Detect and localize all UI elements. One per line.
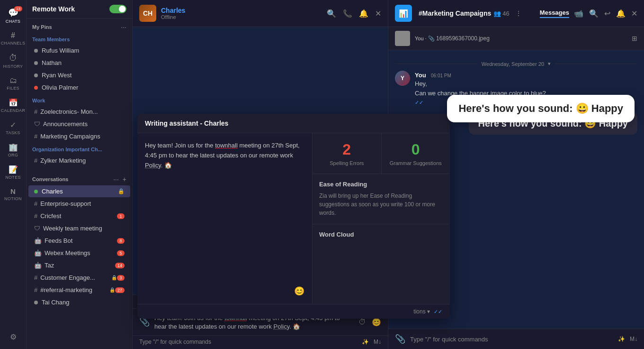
charles-status-dot [34, 190, 38, 193]
sidebar-item-calendar[interactable]: 📅 CALENDAR [0, 94, 26, 117]
marketing-attachment-icon[interactable]: 📎 [395, 334, 405, 344]
marketing-reply-icon[interactable]: ↩ [604, 9, 610, 18]
sidebar-item-history[interactable]: ⏱ HISTORY [0, 49, 26, 73]
pinned-expand-icon[interactable]: ⊞ [632, 35, 637, 42]
sidebar-item-charles[interactable]: Charles 🔒 [28, 185, 130, 197]
sidebar-item-olivia[interactable]: Olivia Palmer [28, 82, 130, 93]
sidebar-item-taichang[interactable]: Tai Chang [28, 296, 130, 308]
marketing-tabs: Messages [540, 9, 569, 18]
marketing-close-icon[interactable]: ✕ [631, 9, 637, 18]
history-icon: ⏱ [9, 53, 18, 63]
emoji-icon[interactable]: 😊 [372, 318, 381, 327]
marketing-videocall-icon[interactable]: 📹 [574, 9, 583, 18]
weekly-name: Weekly team meeting [43, 225, 125, 232]
sidebar-item-files[interactable]: 🗂 FILES [0, 73, 26, 94]
spelling-errors-label: Spelling Errors [320, 160, 374, 166]
wa-ease-title: Ease of Reading [319, 181, 443, 188]
sparkle-icon[interactable]: ✨ [362, 339, 369, 345]
wa-emoji-icon[interactable]: 😊 [294, 286, 304, 296]
grammar-suggestions-count: 0 [389, 141, 443, 158]
you-sender: You [415, 72, 426, 79]
wa-editor-text[interactable]: Hey team! Join us for the townhall meeti… [145, 141, 304, 282]
charles-header-status: Offline [161, 14, 322, 20]
charles-conv-name: Charles [42, 188, 116, 195]
sidebar-item-announcements[interactable]: 🛡 Announcements [28, 118, 130, 130]
taz-badge: 14 [115, 263, 125, 268]
wa-footer: tions ▾ ✓✓ [137, 304, 450, 319]
sidebar-item-chats[interactable]: 💬 CHATS 13 [0, 4, 26, 28]
hash-icon2: # [34, 133, 37, 140]
files-icon: 🗂 [9, 76, 17, 85]
sidebar-item-notes[interactable]: 📝 NOTES [0, 161, 26, 184]
sidebar-item-weekly[interactable]: 🛡 Weekly team meeting [28, 222, 130, 234]
chats-badge: 13 [14, 6, 22, 11]
lock-icon3: 🔒 [109, 287, 115, 293]
channels-icon: # [11, 31, 15, 40]
pinned-message: You · 📎 1689596367000.jpeg ⊞ [388, 27, 644, 50]
you-message-header: You 06:01 PM [415, 71, 637, 79]
sidebar-item-ryanwest[interactable]: Ryan West [28, 69, 130, 81]
marketing-input-placeholder[interactable]: Type "/" for quick commands [410, 336, 613, 343]
search-icon[interactable]: 🔍 [327, 9, 336, 18]
marketing-header-tabs: #Marketing Campaigns 👥 46 ⋮ [419, 9, 531, 18]
close-icon[interactable]: ✕ [375, 9, 381, 18]
marketing-input-area: 📎 Type "/" for quick commands ✨ M↓ [388, 329, 644, 349]
charles-header-actions: 🔍 📞 🔔 ✕ [327, 9, 381, 18]
conversations-add-icon[interactable]: + [123, 175, 126, 183]
sidebar-item-cricfest[interactable]: # Cricfest 1 [28, 210, 130, 222]
tab-messages[interactable]: Messages [540, 9, 569, 18]
sidebar-item-feedsbot[interactable]: 🤖 Feeds Bot 8 [28, 235, 130, 247]
sidebar-item-taz[interactable]: 🤖 Taz 14 [28, 259, 130, 271]
timer-icon[interactable]: ⏱ [358, 318, 366, 327]
my-pins-more-icon[interactable]: ··· [121, 23, 126, 31]
nathan-status-dot [34, 61, 38, 65]
marketing-search-icon[interactable]: 🔍 [589, 9, 599, 18]
sidebar-item-zoelectronics[interactable]: # Zoelectronics- Mon... [28, 106, 130, 118]
zoelectronics-name: Zoelectronics- Mon... [40, 108, 125, 115]
sidebar-item-org[interactable]: 🏢 ORG [0, 139, 26, 161]
sidebar-item-zylker[interactable]: # Zylker Marketing [28, 155, 130, 166]
sidebar-item-notion[interactable]: N NOTION [0, 184, 26, 205]
marketing-campaigns-name: Marketing Campaigns [40, 133, 125, 140]
charles-header-name: Charles [161, 7, 322, 14]
sidebar-item-webex[interactable]: 🤖 Webex Meetings 5 [28, 247, 130, 259]
date-dropdown-icon[interactable]: ▾ [548, 61, 551, 67]
lock-icon2: 🔒 [111, 275, 117, 280]
sidebar-item-customer-engage[interactable]: # Customer Engage... 🔒 3 [28, 272, 130, 284]
sidebar-item-enterprise-support[interactable]: # Enterprise-support [28, 198, 130, 210]
spelling-errors-stat: 2 Spelling Errors [313, 133, 382, 174]
rufus-name: Rufus William [42, 47, 125, 54]
marketing-markdown-icon[interactable]: M↓ [630, 336, 637, 342]
charles-quick-commands: Type "/" for quick commands ✨ M↓ [133, 335, 388, 349]
markdown-icon[interactable]: M↓ [374, 339, 381, 345]
marketing-bell-icon[interactable]: 🔔 [616, 9, 626, 18]
charles-quick-placeholder[interactable]: Type "/" for quick commands [139, 339, 211, 345]
remote-work-toggle[interactable] [109, 5, 126, 13]
sidebar-item-settings[interactable]: ⚙ [0, 329, 26, 345]
shield-icon: 🛡 [34, 120, 40, 128]
team-members-label: Team Members [27, 33, 132, 44]
bell-icon[interactable]: 🔔 [359, 9, 368, 18]
customer-engage-badge: 3 [117, 275, 125, 281]
sidebar-item-nathan[interactable]: Nathan [28, 57, 130, 69]
sidebar-item-marketing-campaigns[interactable]: # Marketing Campaigns [28, 130, 130, 142]
sidebar-item-rufus[interactable]: Rufus William [28, 45, 130, 56]
org-icon: 🏢 [9, 143, 18, 152]
conversations-more-icon[interactable]: ··· [113, 175, 119, 183]
sidebar-item-channels[interactable]: # CHANNELS [0, 28, 26, 49]
call-icon[interactable]: 📞 [343, 9, 352, 18]
wa-footer-tions: tions ▾ [413, 308, 430, 315]
conversations-section: Conversations ··· + Charles 🔒 # Enterpri… [27, 171, 132, 312]
hash-icon: # [34, 108, 37, 115]
notes-icon: 📝 [9, 165, 18, 174]
marketing-sparkle-icon[interactable]: ✨ [618, 336, 625, 342]
sidebar-item-referral[interactable]: # #referral-marketing 🔒 27 [28, 284, 130, 296]
hash-icon7: # [34, 286, 37, 294]
hash-icon4: # [34, 200, 37, 207]
tai-name: Tai Chang [42, 299, 125, 306]
conversations-label: Conversations [32, 176, 68, 182]
sidebar-item-tasks[interactable]: ✓ TASKS [0, 117, 26, 139]
notion-icon: N [10, 187, 16, 195]
hash-icon5: # [34, 212, 37, 220]
marketing-more-icon[interactable]: ⋮ [515, 9, 522, 17]
